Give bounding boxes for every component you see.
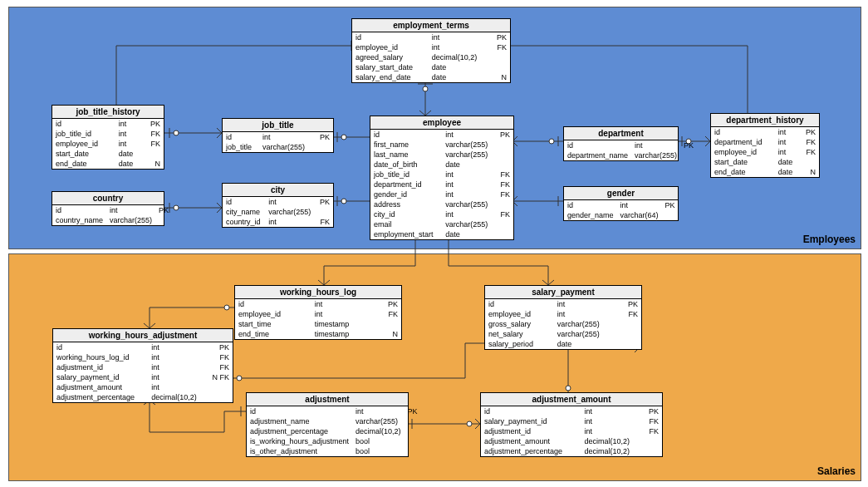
table-adjustment-amount[interactable]: adjustment_amountidintPKsalary_payment_i… [480,392,663,457]
col-key: PK [662,200,679,210]
table-salary-payment[interactable]: salary_paymentidintPKemployee_idintFKgro… [484,285,642,350]
table-job-title[interactable]: job_titleidintPKjob_titlevarchar(255) [222,118,334,153]
col-name: job_title_id [370,170,442,180]
col-name: address [370,199,442,209]
table-row: idintPK [370,130,513,140]
col-key: N [490,72,510,82]
zone-salaries-label: Salaries [817,465,856,477]
table-adjustment[interactable]: adjustmentidintPKadjustment_namevarchar(… [246,392,409,457]
col-key [155,215,172,225]
table-row: adjustment_namevarchar(255) [247,416,421,426]
table-row: adjustment_amountdecimal(10,2) [481,436,662,446]
col-type: int [106,205,155,215]
col-type: int [148,352,206,362]
table-department[interactable]: departmentidintPKdepartment_namevarchar(… [563,126,679,161]
zone-employees-label: Employees [803,234,856,245]
col-type: int [311,299,375,309]
col-name: working_hours_log_id [53,352,148,362]
col-name: id [53,342,148,352]
table-department-history[interactable]: department_historyidintPKdepartment_idin… [710,113,820,178]
col-key: FK [642,416,662,426]
col-type: int [442,189,495,199]
col-name: start_date [711,157,775,167]
col-name: id [223,197,265,207]
col-key [316,207,333,217]
table-title: department_history [711,114,819,127]
col-name: gender_id [370,189,442,199]
col-type: varchar(255) [442,150,495,160]
table-title: employment_terms [352,19,510,32]
col-type: varchar(255) [442,199,495,209]
table-country[interactable]: countryidintPKcountry_namevarchar(255) [51,191,164,226]
col-key [490,52,510,62]
col-name: id [711,127,775,137]
table-row: emailvarchar(255) [370,219,513,229]
col-type: int [775,147,800,157]
col-key [142,149,164,159]
table-row: idintPK [223,197,333,207]
table-row: gender_idintFK [370,189,513,199]
table-row: gender_namevarchar(64) [564,210,679,220]
col-key: FK [800,137,819,147]
col-key [800,157,819,167]
table-row: employee_idintFK [485,309,641,319]
table-row: end_timetimestampN [235,329,401,339]
col-name: end_date [711,167,775,177]
col-type: varchar(255) [554,319,620,329]
col-name: employee_id [52,139,115,149]
col-type: timestamp [311,319,375,329]
col-type: int [148,342,206,352]
col-type: int [581,416,643,426]
table-row: salary_payment_idintFK [481,416,662,426]
col-name: id [564,200,617,210]
col-name: agreed_salary [352,52,429,62]
col-name: adjustment_percentage [481,446,581,456]
table-city[interactable]: cityidintPKcity_namevarchar(255)country_… [222,183,334,228]
table-title: salary_payment [485,286,641,299]
table-row: country_namevarchar(255) [52,215,172,225]
table-employee[interactable]: employeeidintPKfirst_namevarchar(255)las… [370,116,514,240]
col-type: decimal(10,2) [148,392,206,402]
table-row: date_of_birthdate [370,160,513,170]
col-type: varchar(255) [554,329,620,339]
col-type: varchar(255) [106,215,155,225]
table-working-hours-log[interactable]: working_hours_logidintPKemployee_idintFK… [234,285,402,340]
col-name: employee_id [711,147,775,157]
col-name: gender_name [564,210,617,220]
col-key [495,150,513,160]
col-key: FK [142,129,164,139]
col-type: int [554,309,620,319]
col-type: date [115,159,143,169]
table-gender[interactable]: genderidintPKgender_namevarchar(64) [563,186,679,221]
col-key: PK [619,299,641,309]
col-name: adjustment_name [247,416,352,426]
col-key: FK [206,352,233,362]
col-key [495,229,513,239]
col-type: int [259,132,314,142]
col-name: adjustment_percentage [247,426,352,436]
table-row: job_title_idintFK [52,129,164,139]
col-key: PK [642,406,662,416]
table-employment-terms[interactable]: employment_termsidintPKemployee_idintFKa… [351,18,511,83]
col-name: job_title [223,142,259,152]
col-type: varchar(255) [265,207,316,217]
table-row: is_working_hours_adjustmentbool [247,436,421,446]
col-key [495,199,513,209]
col-type: decimal(10,2) [581,446,643,456]
col-type: decimal(10,2) [352,426,405,436]
table-job-title-history[interactable]: job_title_historyidintPKjob_title_idintF… [51,105,164,170]
table-working-hours-adjustment[interactable]: working_hours_adjustmentidintPKworking_h… [52,328,233,403]
table-row: job_titlevarchar(255) [223,142,333,152]
col-key: N [142,159,164,169]
col-key: FK [495,209,513,219]
col-key [495,160,513,170]
col-name: email [370,219,442,229]
col-name: adjustment_id [53,362,148,372]
col-name: salary_period [485,339,554,349]
col-type: int [115,119,143,129]
table-row: department_idintFK [370,180,513,189]
table-title: employee [370,116,513,130]
col-type: varchar(255) [259,142,314,152]
table-title: country [52,192,164,205]
col-name: end_date [52,159,115,169]
